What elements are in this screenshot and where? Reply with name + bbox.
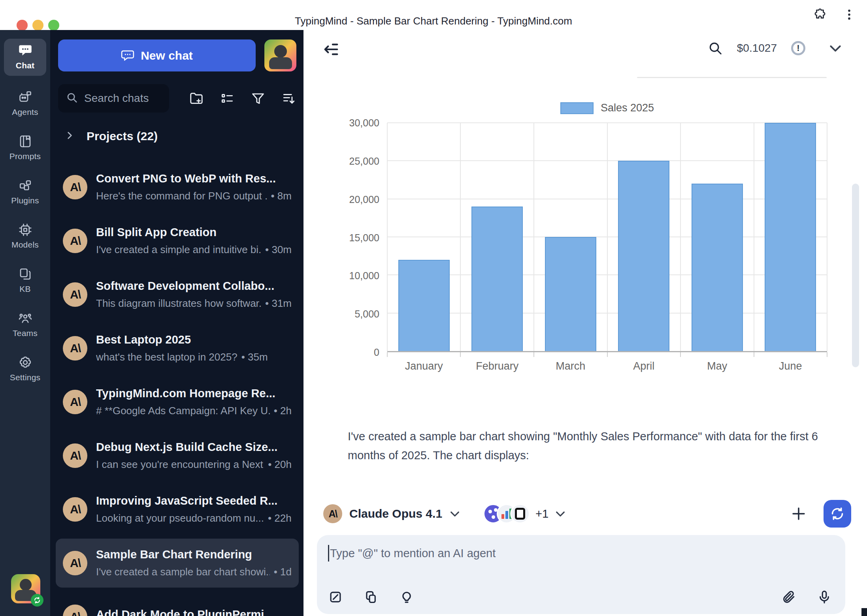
y-tick-label: 5,000 [354,308,379,320]
plugins-grid-icon [18,178,32,193]
cost-warning-icon[interactable]: ! [791,41,805,55]
anthropic-avatar: A\ [63,497,87,522]
teams-people-icon [18,311,32,325]
window-titlebar: TypingMind - Sample Bar Chart Rendering … [0,0,867,30]
plugin-avatar-canvas [510,504,530,524]
chat-timestamp: • 31m [265,297,292,310]
x-tick-mark [680,352,681,357]
message-input[interactable] [330,547,834,560]
cpu-chip-models-icon [18,223,32,237]
model-selector[interactable]: Claude Opus 4.1 [349,507,442,520]
canvas-edit-icon[interactable] [328,590,343,605]
x-tick-mark [387,352,388,357]
chat-title: Sample Bar Chart Rendering [96,548,292,561]
nav-rail: Chat Agents Prompts Plugins Models KB [0,30,50,616]
chat-list-item[interactable]: A\ Sample Bar Chart Rendering I've creat… [56,539,299,588]
v-gridline [754,123,754,351]
chat-list-item[interactable]: A\ Best Laptop 2025 what's the best lapt… [56,324,299,373]
add-attachment-plus-icon[interactable] [790,505,807,522]
v-gridline [680,123,681,351]
y-tick-label: 15,000 [349,232,379,243]
message-input-card[interactable] [317,535,845,614]
nav-item-agents[interactable]: Agents [4,85,46,122]
collapse-sidebar-icon[interactable] [322,40,340,60]
chat-title: TypingMind.com Homepage Re... [96,387,292,400]
bar-april [618,161,669,351]
bar-march [545,237,596,351]
nav-item-kb[interactable]: KB [4,262,46,299]
chat-timestamp: • 22h [268,512,292,524]
anthropic-avatar: A\ [63,229,87,253]
nav-item-teams[interactable]: Teams [4,306,46,344]
bar-january [398,260,450,351]
chat-list-item[interactable]: A\ Software Development Collabo... This … [56,270,299,319]
chat-list-item[interactable]: A\ Improving JavaScript Seeded R... Look… [56,485,299,534]
nav-item-models[interactable]: Models [4,218,46,255]
chat-title: Bill Split App Creation [96,226,292,239]
nav-item-settings[interactable]: Settings [4,351,46,388]
chat-list-item[interactable]: A\ TypingMind.com Homepage Re... # **Goo… [56,377,299,426]
account-avatar[interactable] [11,574,40,603]
lightbulb-icon[interactable] [399,590,414,605]
nav-item-plugins[interactable]: Plugins [4,174,46,211]
plugins-more-count: +1 [535,507,548,520]
bar-may [692,184,743,351]
microphone-icon[interactable] [817,590,832,605]
chat-list-item[interactable]: A\ Debug Next.js Build Cache Size... I c… [56,431,299,480]
y-tick-label: 0 [374,347,379,358]
chat-bubble-icon [18,43,32,58]
regenerate-button[interactable] [824,500,851,528]
composer-model-row: A\ Claude Opus 4.1 +1 [323,498,851,530]
nav-label-settings: Settings [10,373,40,382]
new-folder-icon[interactable] [189,91,204,106]
chat-timestamp: • 8m [271,190,292,202]
x-tick-mark [607,352,608,357]
filter-funnel-icon[interactable] [251,91,266,106]
plugins-selector[interactable] [483,504,530,524]
anthropic-avatar: A\ [63,175,87,199]
y-tick-label: 10,000 [349,270,379,282]
chevron-down-icon[interactable] [449,507,461,520]
chart-legend[interactable]: Sales 2025 [387,102,827,114]
v-gridline [607,123,608,351]
chat-snippet: I can see you're encountering a Next... [96,458,264,471]
nav-item-chat[interactable]: Chat [4,39,46,76]
chat-snippet: Here's the command for PNG output ... [96,190,267,202]
notebook-prompts-icon [18,134,32,148]
search-conversation-icon[interactable] [708,41,723,56]
user-avatar[interactable] [264,39,296,71]
scrollbar-thumb[interactable] [852,184,859,367]
chat-list-item[interactable]: A\ Bill Split App Creation I've created … [56,216,299,265]
nav-label-prompts: Prompts [9,152,41,161]
new-chat-button[interactable]: New chat [58,39,256,71]
bar-chart-plot [387,123,827,352]
sort-descending-icon[interactable] [281,91,296,106]
avatar-silhouette-body [269,57,292,69]
chevron-down-icon[interactable] [827,40,843,56]
main-chat-area: $0.1027 ! Sales 2025 05,00010,00015,0002… [303,30,867,616]
nav-label-agents: Agents [12,107,38,117]
pages-copy-icon[interactable] [364,590,379,605]
x-tick-mark [754,352,754,357]
usage-cost[interactable]: $0.1027 [737,42,777,54]
legend-color-swatch [560,102,594,114]
chat-list: A\ Convert PNG to WebP with Res... Here'… [56,163,299,616]
nav-label-kb: KB [19,284,30,294]
nav-label-teams: Teams [13,329,38,338]
chat-list-item[interactable]: A\ Add Dark Mode to PluginPermi... [56,592,299,616]
chat-snippet: what's the best laptop in 2025? [96,351,237,363]
x-tick-mark [460,352,461,357]
list-view-icon[interactable] [220,91,235,106]
chat-snippet: # **Google Ads Campaign: API Key U... [96,405,270,417]
paperclip-attach-icon[interactable] [781,590,796,605]
browser-menu-kebab-icon[interactable] [842,8,856,21]
extensions-puzzle-icon[interactable] [813,8,827,21]
nav-item-prompts[interactable]: Prompts [4,130,46,167]
x-tick-label: June [779,360,802,372]
chat-search [58,84,169,113]
chat-title: Software Development Collabo... [96,280,292,293]
projects-section-toggle[interactable]: Projects (22) [64,130,158,143]
nav-label-chat: Chat [16,61,34,70]
chat-list-item[interactable]: A\ Convert PNG to WebP with Res... Here'… [56,163,299,212]
chevron-down-icon[interactable] [554,507,567,520]
